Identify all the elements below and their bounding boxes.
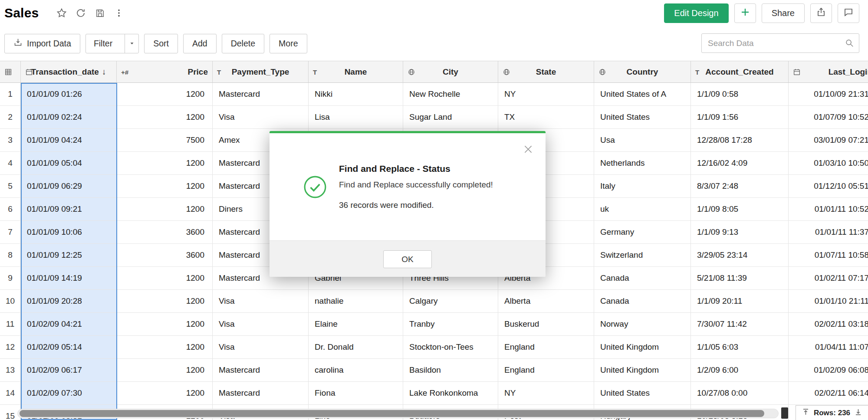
table-cell[interactable]: United Kingdom <box>594 336 691 359</box>
share-button[interactable]: Share <box>762 3 805 23</box>
search-input[interactable] <box>701 33 859 53</box>
import-data-button[interactable]: Import Data <box>4 34 80 53</box>
export-button[interactable] <box>810 3 832 23</box>
table-cell[interactable]: 01/01/09 01:26 <box>21 83 117 106</box>
row-number-cell[interactable]: 11 <box>0 313 21 336</box>
table-cell[interactable]: carolina <box>309 359 403 382</box>
table-cell[interactable]: 01/01/09 02:24 <box>21 106 117 129</box>
table-cell[interactable]: 1/1/05 6:03 <box>691 336 789 359</box>
table-cell[interactable]: 1/1/09 9:13 <box>691 221 789 244</box>
table-cell[interactable]: Stockton-on-Tees <box>403 336 498 359</box>
table-cell[interactable]: 1200 <box>117 359 213 382</box>
table-cell[interactable]: 1200 <box>117 336 213 359</box>
table-cell[interactable]: Germany <box>594 221 691 244</box>
table-cell[interactable]: 1200 <box>117 198 213 221</box>
table-cell[interactable]: 02/02/11 03:18 <box>789 313 868 336</box>
horizontal-scrollbar-track[interactable] <box>17 409 779 418</box>
row-number-cell[interactable]: 3 <box>0 129 21 152</box>
table-cell[interactable]: 7/30/07 11:42 <box>691 313 789 336</box>
edit-design-button[interactable]: Edit Design <box>664 3 728 23</box>
row-number-cell[interactable]: 12 <box>0 336 21 359</box>
table-cell[interactable]: 1200 <box>117 267 213 290</box>
table-cell[interactable]: Elaine <box>309 313 403 336</box>
table-cell[interactable]: Nikki <box>309 83 403 106</box>
table-cell[interactable]: 01/12/10 05:51 <box>789 175 868 198</box>
table-cell[interactable]: Norway <box>594 313 691 336</box>
table-cell[interactable]: nathalie <box>309 290 403 313</box>
horizontal-scrollbar-thumb[interactable] <box>20 410 764 417</box>
table-cell[interactable]: Usa <box>594 129 691 152</box>
scrollbar-end-handle[interactable] <box>781 407 788 419</box>
table-cell[interactable]: 1200 <box>117 106 213 129</box>
table-cell[interactable]: 3/29/05 23:14 <box>691 244 789 267</box>
table-cell[interactable]: 03/01/09 07:21 <box>789 129 868 152</box>
table-cell[interactable]: 01/02/09 05:14 <box>21 336 117 359</box>
favorite-star-icon[interactable] <box>53 5 70 21</box>
comment-button[interactable] <box>838 3 859 23</box>
table-cell[interactable]: TX <box>498 106 594 129</box>
table-cell[interactable]: Buskerud <box>498 313 594 336</box>
table-cell[interactable]: 1200 <box>117 290 213 313</box>
table-cell[interactable]: England <box>498 336 594 359</box>
table-cell[interactable]: Netherlands <box>594 152 691 175</box>
table-cell[interactable]: 01/02/09 04:21 <box>21 313 117 336</box>
table-cell[interactable]: 5/21/08 11:39 <box>691 267 789 290</box>
row-number-cell[interactable]: 14 <box>0 382 21 405</box>
table-cell[interactable]: 01/10/09 21:31 <box>789 83 868 106</box>
table-cell[interactable]: United States <box>594 106 691 129</box>
row-number-cell[interactable]: 10 <box>0 290 21 313</box>
table-cell[interactable]: Switzerland <box>594 244 691 267</box>
table-cell[interactable]: 1/1/09 20:11 <box>691 290 789 313</box>
table-cell[interactable]: 1/1/09 8:05 <box>691 198 789 221</box>
table-cell[interactable]: 01/02/11 07:17 <box>789 267 868 290</box>
column-header-name[interactable]: TName <box>309 61 403 83</box>
column-header-price[interactable]: +#Price <box>117 61 213 83</box>
table-cell[interactable]: 01/01/11 11:37 <box>789 221 868 244</box>
more-button[interactable]: More <box>270 34 307 53</box>
table-cell[interactable]: 1/2/09 6:00 <box>691 359 789 382</box>
table-cell[interactable]: uk <box>594 198 691 221</box>
scroll-to-top-icon[interactable] <box>802 408 810 418</box>
table-cell[interactable]: 01/01/11 10:52 <box>789 198 868 221</box>
table-cell[interactable]: 01/02/09 07:30 <box>21 382 117 405</box>
select-all-corner[interactable] <box>0 61 21 83</box>
table-cell[interactable]: 01/01/09 09:21 <box>21 198 117 221</box>
table-cell[interactable]: NY <box>498 83 594 106</box>
table-cell[interactable]: 01/01/09 14:19 <box>21 267 117 290</box>
table-cell[interactable]: 01/01/09 12:25 <box>21 244 117 267</box>
table-cell[interactable]: 1200 <box>117 313 213 336</box>
table-cell[interactable]: 7500 <box>117 129 213 152</box>
table-cell[interactable]: Canada <box>594 290 691 313</box>
row-number-cell[interactable]: 8 <box>0 244 21 267</box>
table-cell[interactable]: 01/02/09 06:17 <box>21 359 117 382</box>
refresh-icon[interactable] <box>72 5 89 21</box>
table-cell[interactable]: Calgary <box>403 290 498 313</box>
table-cell[interactable]: 01/01/09 04:24 <box>21 129 117 152</box>
table-cell[interactable]: 1200 <box>117 382 213 405</box>
table-cell[interactable]: 01/04/11 11:07 <box>789 336 868 359</box>
table-cell[interactable]: Mastercard <box>213 83 309 106</box>
table-cell[interactable]: Canada <box>594 267 691 290</box>
table-cell[interactable]: 1/1/09 0:58 <box>691 83 789 106</box>
table-cell[interactable]: 01/01/09 06:29 <box>21 175 117 198</box>
close-icon[interactable] <box>521 142 535 156</box>
row-number-cell[interactable]: 5 <box>0 175 21 198</box>
row-number-cell[interactable]: 1 <box>0 83 21 106</box>
table-cell[interactable]: Italy <box>594 175 691 198</box>
table-cell[interactable]: 1200 <box>117 83 213 106</box>
table-cell[interactable]: 02/02/11 06:14 <box>789 382 868 405</box>
table-cell[interactable]: Tranby <box>403 313 498 336</box>
table-cell[interactable]: United States of A <box>594 83 691 106</box>
table-cell[interactable]: 10/27/08 0:00 <box>691 382 789 405</box>
table-cell[interactable]: 1200 <box>117 152 213 175</box>
row-number-cell[interactable]: 4 <box>0 152 21 175</box>
column-header-account_created[interactable]: TAccount_Created <box>691 61 789 83</box>
row-number-cell[interactable]: 6 <box>0 198 21 221</box>
save-icon[interactable] <box>92 5 108 21</box>
column-header-transaction_date[interactable]: Transaction_date↓ <box>21 61 117 83</box>
table-cell[interactable]: 1200 <box>117 175 213 198</box>
table-cell[interactable]: 01/07/09 10:52 <box>789 106 868 129</box>
row-number-cell[interactable]: 7 <box>0 221 21 244</box>
table-cell[interactable]: NY <box>498 382 594 405</box>
table-cell[interactable]: Basildon <box>403 359 498 382</box>
